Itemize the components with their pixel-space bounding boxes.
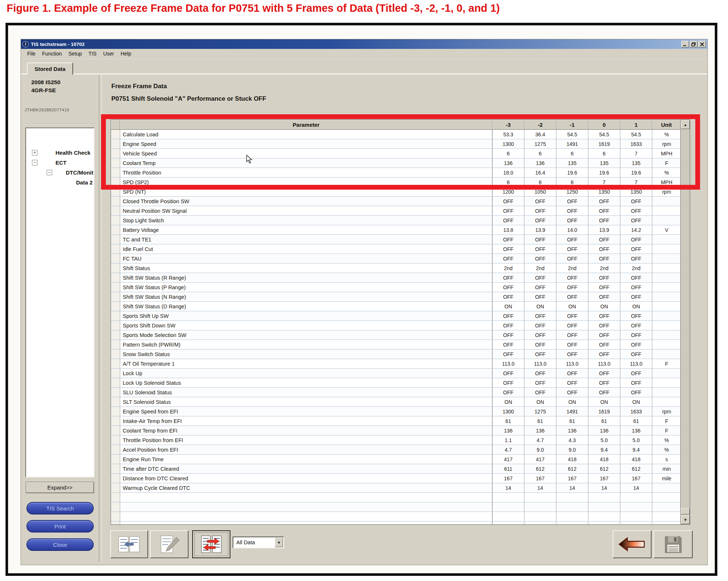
menu-tis[interactable]: TIS [85, 50, 100, 57]
table-row[interactable]: Idle Fuel CutOFFOFFOFFOFFOFF [111, 244, 690, 254]
table-row[interactable]: Lock UpOFFOFFOFFOFFOFF [111, 369, 690, 378]
table-row[interactable]: Stop Light SwitchOFFOFFOFFOFFOFF [111, 216, 690, 225]
value-cell: 2nd [588, 263, 620, 273]
unit-cell [652, 378, 681, 387]
expand-toggle-health-check[interactable]: + [32, 150, 37, 155]
table-row[interactable]: Vehicle Speed66667MPH [111, 149, 690, 158]
tis-search-button[interactable]: TIS Search [26, 502, 94, 514]
value-cell: 61 [620, 416, 652, 426]
value-cell: 61 [492, 416, 524, 426]
column-header-1[interactable]: 1 [620, 120, 652, 130]
table-row[interactable]: Neutral Position SW SignalOFFOFFOFFOFFOF… [111, 206, 690, 216]
table-row[interactable] [111, 502, 690, 512]
minimize-button[interactable] [681, 41, 689, 47]
scrollbar-thumb[interactable] [681, 508, 690, 514]
table-row[interactable]: Shift SW Status (R Range)OFFOFFOFFOFFOFF [111, 273, 690, 283]
table-row[interactable]: SPD (SP2)66677MPH [111, 177, 690, 187]
menu-user[interactable]: User [100, 50, 118, 57]
table-row[interactable]: Pattern Switch (PWR/M)OFFOFFOFFOFFOFF [111, 340, 690, 349]
value-cell: OFF [588, 388, 620, 397]
sidebar: 2008 IS250 4GR-FSE JTHBK262882077415 +He… [21, 75, 99, 562]
table-row[interactable] [111, 512, 690, 521]
collapse-toggle-ect[interactable]: − [32, 160, 37, 165]
row-selector-cell [111, 349, 120, 359]
tree-item-health-check[interactable]: Health Check [55, 150, 90, 156]
data-exchange-button[interactable] [192, 530, 230, 558]
value-cell: 6 [524, 177, 556, 187]
restore-button[interactable] [690, 41, 697, 47]
print-button[interactable]: Print [26, 520, 94, 532]
column-header-2[interactable]: -2 [524, 120, 556, 130]
table-row[interactable]: Calculate Load53.336.454.554.554.5% [111, 130, 690, 139]
table-row[interactable] [111, 493, 690, 502]
table-row[interactable]: Battery Voltage13.813.914.013.914.2V [111, 225, 690, 235]
compare-pages-button[interactable] [110, 530, 148, 558]
value-cell: ON [588, 302, 620, 311]
table-row[interactable]: FC TAUOFFOFFOFFOFFOFF [111, 254, 690, 263]
vertical-scrollbar[interactable]: ▲ ▼ [680, 120, 690, 524]
value-cell: 612 [620, 464, 652, 473]
table-row[interactable]: Engine Run Time417417418418418s [111, 455, 690, 464]
table-row[interactable]: Intake-Air Temp from EFI6161616161F [111, 416, 690, 426]
back-button[interactable] [613, 530, 652, 558]
table-row[interactable]: Accel Position from EFI4.79.09.09.49.4% [111, 445, 690, 455]
table-row[interactable]: Shift SW Status (N Range)OFFOFFOFFOFFOFF [111, 292, 690, 302]
table-row[interactable] [111, 521, 690, 525]
close-button[interactable]: Close [26, 538, 94, 551]
table-row[interactable]: Sports Mode Selection SWOFFOFFOFFOFFOFF [111, 330, 690, 340]
scroll-down-button[interactable]: ▼ [681, 515, 690, 524]
column-header-0[interactable]: 0 [588, 120, 620, 130]
table-row[interactable]: Shift SW Status (D Range)ONONONONON [111, 302, 690, 311]
table-row[interactable]: Lock Up Solenoid StatusOFFOFFOFFOFFOFF [111, 378, 690, 388]
edit-page-button[interactable] [150, 530, 189, 558]
menu-file[interactable]: File [24, 50, 39, 57]
value-cell [492, 521, 524, 525]
row-selector-cell [111, 321, 120, 330]
scroll-up-button[interactable]: ▲ [681, 120, 690, 129]
column-header-1[interactable]: -1 [556, 120, 588, 130]
table-row[interactable]: Coolant Temp from EFI136136136136136F [111, 426, 690, 435]
table-row[interactable]: Throttle Position18.016.419.619.619.6% [111, 168, 690, 177]
table-row[interactable]: Coolant Temp136136135135135F [111, 158, 690, 168]
menu-help[interactable]: Help [117, 50, 135, 57]
save-button[interactable] [653, 530, 693, 558]
column-header-3[interactable]: -3 [492, 120, 524, 130]
value-cell: OFF [492, 254, 524, 263]
table-row[interactable]: Engine Speed from EFI1300127514911619163… [111, 407, 690, 416]
table-row[interactable]: SPD (NT)12001050125013501350rpm [111, 187, 690, 197]
menu-function[interactable]: Function [39, 50, 65, 57]
panel-divider[interactable] [99, 75, 102, 562]
table-row[interactable]: SLU Solenoid StatusOFFOFFOFFOFFOFF [111, 388, 690, 397]
table-row[interactable]: Distance from DTC Cleared167167167167167… [111, 474, 690, 483]
dropdown-arrow-icon[interactable]: ▼ [275, 538, 283, 547]
column-header-unit[interactable]: Unit [652, 120, 681, 130]
table-row[interactable]: A/T Oil Temperature 1113.0113.0113.0113.… [111, 359, 690, 369]
table-row[interactable]: Closed Throttle Position SWOFFOFFOFFOFFO… [111, 197, 690, 206]
expand-button[interactable]: Expand>> [26, 482, 94, 493]
table-row[interactable]: Sports Shift Up SWOFFOFFOFFOFFOFF [111, 311, 690, 321]
menu-setup[interactable]: Setup [65, 50, 85, 57]
param-cell: FC TAU [120, 254, 492, 263]
table-row[interactable]: Time after DTC Cleared611612612612612min [111, 464, 690, 474]
table-row[interactable]: Shift Status2nd2nd2nd2nd2nd [111, 263, 690, 273]
close-button[interactable] [698, 41, 706, 47]
table-row[interactable]: Shift SW Status (P Range)OFFOFFOFFOFFOFF [111, 283, 690, 292]
table-row[interactable]: Snow Switch StatusOFFOFFOFFOFFOFF [111, 349, 690, 359]
tree-item-ect[interactable]: ECT [55, 159, 67, 166]
table-row[interactable]: Throttle Position from EFI1.14.74.35.05.… [111, 435, 690, 445]
param-cell: Shift SW Status (D Range) [120, 302, 492, 311]
tree-item-data-2[interactable]: Data 2 [76, 179, 93, 186]
table-row[interactable]: Sports Shift Down SWOFFOFFOFFOFFOFF [111, 321, 690, 330]
table-row[interactable]: Engine Speed13001275149116191633rpm [111, 139, 690, 149]
unit-cell [652, 273, 681, 282]
column-header-parameter[interactable]: Parameter [120, 120, 492, 130]
value-cell: 136 [588, 426, 620, 435]
data-filter-dropdown[interactable]: All Data ▼ [233, 537, 284, 548]
unit-cell [652, 206, 681, 215]
collapse-toggle-dtc-monit[interactable]: − [47, 170, 52, 175]
tab-stored-data[interactable]: Stored Data [27, 62, 73, 75]
table-row[interactable]: SLT Solenoid StatusONONONONON [111, 397, 690, 407]
table-row[interactable]: TC and TE1OFFOFFOFFOFFOFF [111, 235, 690, 244]
tree-item-dtc-monit[interactable]: DTC/Monit [66, 169, 93, 176]
table-row[interactable]: Warmup Cycle Cleared DTC1414141414 [111, 483, 690, 493]
